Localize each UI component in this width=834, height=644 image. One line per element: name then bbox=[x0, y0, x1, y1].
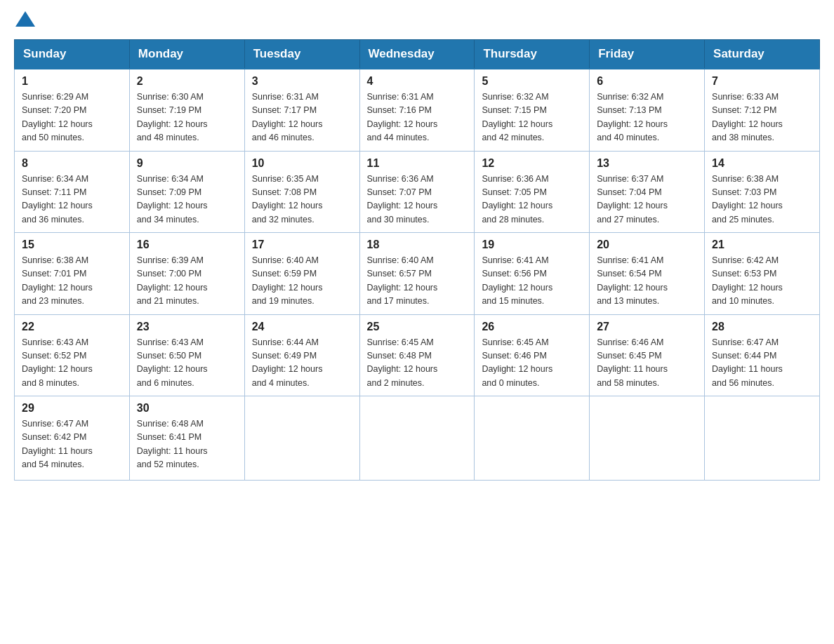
calendar-day-cell: 18Sunrise: 6:40 AMSunset: 6:57 PMDayligh… bbox=[359, 233, 475, 315]
calendar-week-row: 29Sunrise: 6:47 AMSunset: 6:42 PMDayligh… bbox=[15, 396, 820, 481]
weekday-header-sunday: Sunday bbox=[15, 40, 130, 69]
day-info: Sunrise: 6:43 AMSunset: 6:50 PMDaylight:… bbox=[137, 336, 237, 391]
calendar-day-cell: 27Sunrise: 6:46 AMSunset: 6:45 PMDayligh… bbox=[590, 314, 705, 396]
calendar-day-cell: 7Sunrise: 6:33 AMSunset: 7:12 PMDaylight… bbox=[705, 69, 820, 151]
day-info: Sunrise: 6:37 AMSunset: 7:04 PMDaylight:… bbox=[597, 173, 697, 227]
calendar-day-cell: 13Sunrise: 6:37 AMSunset: 7:04 PMDayligh… bbox=[590, 151, 705, 233]
calendar-day-cell: 20Sunrise: 6:41 AMSunset: 6:54 PMDayligh… bbox=[590, 233, 705, 315]
weekday-header-thursday: Thursday bbox=[475, 40, 590, 69]
day-info: Sunrise: 6:29 AMSunset: 7:20 PMDaylight:… bbox=[22, 90, 122, 145]
day-number: 6 bbox=[597, 75, 697, 88]
weekday-header-saturday: Saturday bbox=[705, 40, 820, 69]
day-info: Sunrise: 6:41 AMSunset: 6:54 PMDaylight:… bbox=[597, 254, 697, 309]
day-info: Sunrise: 6:44 AMSunset: 6:49 PMDaylight:… bbox=[252, 336, 352, 391]
day-info: Sunrise: 6:40 AMSunset: 6:57 PMDaylight:… bbox=[367, 254, 468, 309]
day-number: 1 bbox=[22, 75, 122, 88]
day-number: 26 bbox=[482, 321, 582, 333]
weekday-header-row: SundayMondayTuesdayWednesdayThursdayFrid… bbox=[15, 40, 820, 69]
day-info: Sunrise: 6:39 AMSunset: 7:00 PMDaylight:… bbox=[137, 254, 237, 309]
weekday-header-friday: Friday bbox=[590, 40, 705, 69]
day-info: Sunrise: 6:43 AMSunset: 6:52 PMDaylight:… bbox=[22, 336, 122, 391]
day-info: Sunrise: 6:31 AMSunset: 7:16 PMDaylight:… bbox=[367, 90, 468, 145]
day-number: 28 bbox=[712, 321, 812, 333]
day-info: Sunrise: 6:34 AMSunset: 7:11 PMDaylight:… bbox=[22, 173, 122, 227]
day-number: 18 bbox=[367, 239, 468, 251]
calendar-table: SundayMondayTuesdayWednesdayThursdayFrid… bbox=[14, 39, 820, 481]
day-number: 3 bbox=[252, 75, 352, 88]
day-info: Sunrise: 6:45 AMSunset: 6:46 PMDaylight:… bbox=[482, 336, 582, 391]
calendar-day-cell bbox=[475, 396, 590, 481]
calendar-day-cell: 29Sunrise: 6:47 AMSunset: 6:42 PMDayligh… bbox=[15, 396, 130, 481]
day-number: 25 bbox=[367, 321, 468, 333]
calendar-day-cell: 23Sunrise: 6:43 AMSunset: 6:50 PMDayligh… bbox=[129, 314, 244, 396]
day-number: 14 bbox=[712, 157, 812, 170]
day-number: 9 bbox=[137, 157, 237, 170]
day-info: Sunrise: 6:48 AMSunset: 6:41 PMDaylight:… bbox=[137, 417, 237, 472]
calendar-day-cell: 26Sunrise: 6:45 AMSunset: 6:46 PMDayligh… bbox=[475, 314, 590, 396]
day-info: Sunrise: 6:35 AMSunset: 7:08 PMDaylight:… bbox=[252, 173, 352, 227]
calendar-day-cell: 21Sunrise: 6:42 AMSunset: 6:53 PMDayligh… bbox=[705, 233, 820, 315]
calendar-day-cell: 15Sunrise: 6:38 AMSunset: 7:01 PMDayligh… bbox=[15, 233, 130, 315]
calendar-day-cell: 17Sunrise: 6:40 AMSunset: 6:59 PMDayligh… bbox=[244, 233, 359, 315]
day-info: Sunrise: 6:45 AMSunset: 6:48 PMDaylight:… bbox=[367, 336, 468, 391]
calendar-day-cell: 24Sunrise: 6:44 AMSunset: 6:49 PMDayligh… bbox=[244, 314, 359, 396]
calendar-day-cell: 6Sunrise: 6:32 AMSunset: 7:13 PMDaylight… bbox=[590, 69, 705, 151]
day-info: Sunrise: 6:47 AMSunset: 6:42 PMDaylight:… bbox=[22, 417, 122, 472]
weekday-header-tuesday: Tuesday bbox=[244, 40, 359, 69]
logo-triangle-icon bbox=[15, 11, 35, 27]
day-info: Sunrise: 6:38 AMSunset: 7:01 PMDaylight:… bbox=[22, 254, 122, 309]
day-number: 30 bbox=[137, 402, 237, 415]
calendar-day-cell bbox=[590, 396, 705, 481]
day-info: Sunrise: 6:47 AMSunset: 6:44 PMDaylight:… bbox=[712, 336, 812, 391]
day-info: Sunrise: 6:36 AMSunset: 7:07 PMDaylight:… bbox=[367, 173, 468, 227]
calendar-day-cell: 16Sunrise: 6:39 AMSunset: 7:00 PMDayligh… bbox=[129, 233, 244, 315]
day-number: 24 bbox=[252, 321, 352, 333]
calendar-day-cell: 12Sunrise: 6:36 AMSunset: 7:05 PMDayligh… bbox=[475, 151, 590, 233]
calendar-week-row: 22Sunrise: 6:43 AMSunset: 6:52 PMDayligh… bbox=[15, 314, 820, 396]
day-number: 19 bbox=[482, 239, 582, 251]
logo bbox=[14, 14, 35, 25]
calendar-week-row: 8Sunrise: 6:34 AMSunset: 7:11 PMDaylight… bbox=[15, 151, 820, 233]
day-number: 11 bbox=[367, 157, 468, 170]
day-number: 15 bbox=[22, 239, 122, 251]
page-header bbox=[14, 14, 820, 25]
day-info: Sunrise: 6:33 AMSunset: 7:12 PMDaylight:… bbox=[712, 90, 812, 145]
day-info: Sunrise: 6:42 AMSunset: 6:53 PMDaylight:… bbox=[712, 254, 812, 309]
calendar-day-cell bbox=[244, 396, 359, 481]
day-number: 12 bbox=[482, 157, 582, 170]
day-info: Sunrise: 6:40 AMSunset: 6:59 PMDaylight:… bbox=[252, 254, 352, 309]
day-number: 23 bbox=[137, 321, 237, 333]
calendar-day-cell bbox=[705, 396, 820, 481]
day-info: Sunrise: 6:41 AMSunset: 6:56 PMDaylight:… bbox=[482, 254, 582, 309]
day-info: Sunrise: 6:32 AMSunset: 7:15 PMDaylight:… bbox=[482, 90, 582, 145]
day-number: 13 bbox=[597, 157, 697, 170]
calendar-day-cell: 4Sunrise: 6:31 AMSunset: 7:16 PMDaylight… bbox=[359, 69, 475, 151]
day-info: Sunrise: 6:32 AMSunset: 7:13 PMDaylight:… bbox=[597, 90, 697, 145]
day-number: 2 bbox=[137, 75, 237, 88]
calendar-day-cell: 9Sunrise: 6:34 AMSunset: 7:09 PMDaylight… bbox=[129, 151, 244, 233]
day-number: 8 bbox=[22, 157, 122, 170]
calendar-day-cell: 30Sunrise: 6:48 AMSunset: 6:41 PMDayligh… bbox=[129, 396, 244, 481]
calendar-day-cell: 11Sunrise: 6:36 AMSunset: 7:07 PMDayligh… bbox=[359, 151, 475, 233]
day-number: 17 bbox=[252, 239, 352, 251]
day-number: 20 bbox=[597, 239, 697, 251]
day-number: 4 bbox=[367, 75, 468, 88]
day-info: Sunrise: 6:46 AMSunset: 6:45 PMDaylight:… bbox=[597, 336, 697, 391]
calendar-day-cell: 1Sunrise: 6:29 AMSunset: 7:20 PMDaylight… bbox=[15, 69, 130, 151]
calendar-day-cell: 19Sunrise: 6:41 AMSunset: 6:56 PMDayligh… bbox=[475, 233, 590, 315]
weekday-header-monday: Monday bbox=[129, 40, 244, 69]
day-info: Sunrise: 6:30 AMSunset: 7:19 PMDaylight:… bbox=[137, 90, 237, 145]
day-number: 29 bbox=[22, 402, 122, 415]
day-number: 16 bbox=[137, 239, 237, 251]
calendar-day-cell: 22Sunrise: 6:43 AMSunset: 6:52 PMDayligh… bbox=[15, 314, 130, 396]
calendar-day-cell: 5Sunrise: 6:32 AMSunset: 7:15 PMDaylight… bbox=[475, 69, 590, 151]
day-number: 22 bbox=[22, 321, 122, 333]
day-number: 21 bbox=[712, 239, 812, 251]
calendar-week-row: 15Sunrise: 6:38 AMSunset: 7:01 PMDayligh… bbox=[15, 233, 820, 315]
day-number: 7 bbox=[712, 75, 812, 88]
day-info: Sunrise: 6:36 AMSunset: 7:05 PMDaylight:… bbox=[482, 173, 582, 227]
day-info: Sunrise: 6:34 AMSunset: 7:09 PMDaylight:… bbox=[137, 173, 237, 227]
calendar-day-cell: 3Sunrise: 6:31 AMSunset: 7:17 PMDaylight… bbox=[244, 69, 359, 151]
calendar-day-cell: 8Sunrise: 6:34 AMSunset: 7:11 PMDaylight… bbox=[15, 151, 130, 233]
calendar-week-row: 1Sunrise: 6:29 AMSunset: 7:20 PMDaylight… bbox=[15, 69, 820, 151]
